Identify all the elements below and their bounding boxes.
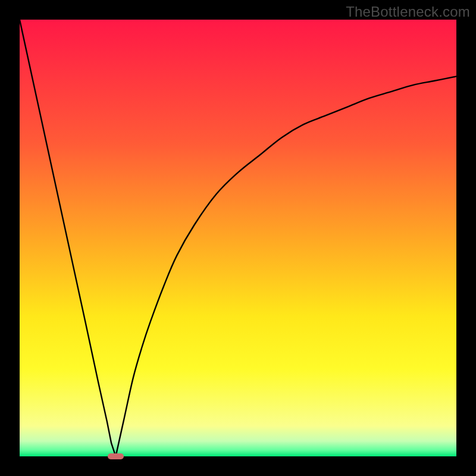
plot-gradient-area xyxy=(20,20,456,456)
curve-left-branch xyxy=(20,20,115,456)
curve-right-branch xyxy=(115,76,456,456)
chart-frame: TheBottleneck.com xyxy=(0,0,476,476)
min-point-marker xyxy=(108,453,123,459)
watermark-text: TheBottleneck.com xyxy=(346,4,470,20)
bottleneck-curve xyxy=(20,20,456,456)
